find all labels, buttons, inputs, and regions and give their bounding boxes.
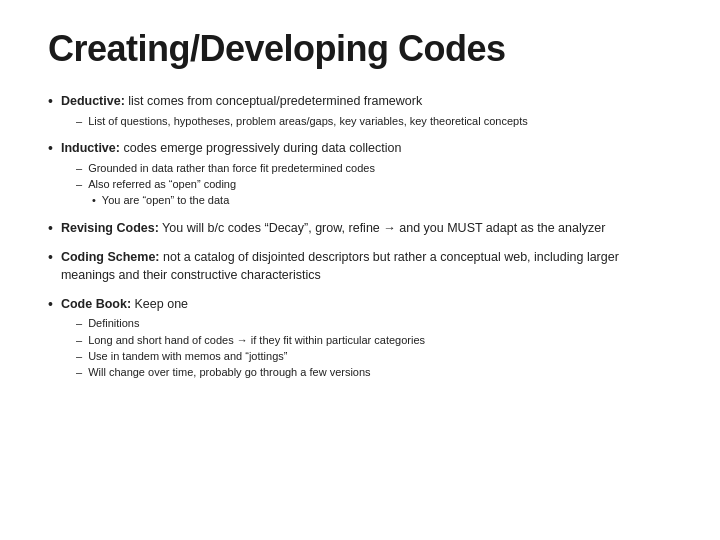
- sub-item: – Grounded in data rather than force fit…: [76, 161, 672, 176]
- sub-item: – Will change over time, probably go thr…: [76, 365, 672, 380]
- coding-scheme-label: Coding Scheme:: [61, 250, 160, 264]
- sub-sub-item: • You are “open” to the data: [92, 193, 672, 208]
- bullet-dot-2: •: [48, 139, 53, 159]
- sub-sub-dot: •: [92, 193, 96, 208]
- inductive-label: Inductive:: [61, 141, 120, 155]
- sub-dash: –: [76, 365, 82, 380]
- sub-item: – List of questions, hypotheses, problem…: [76, 114, 672, 129]
- inductive-subsub1: You are “open” to the data: [102, 193, 229, 208]
- bullet-dot-1: •: [48, 92, 53, 112]
- bullet-inductive: • Inductive: codes emerge progressively …: [48, 139, 672, 209]
- sub-item: – Use in tandem with memos and “jottings…: [76, 349, 672, 364]
- sub-dash: –: [76, 114, 82, 129]
- bullet-revising: • Revising Codes: You will b/c codes “De…: [48, 219, 672, 239]
- code-book-sub4: Will change over time, probably go throu…: [88, 365, 370, 380]
- bullet-dot-4: •: [48, 248, 53, 268]
- inductive-sub2: Also referred as “open” coding: [88, 177, 236, 192]
- inductive-subitems: – Grounded in data rather than force fit…: [76, 161, 672, 209]
- content-area: • Deductive: list comes from conceptual/…: [48, 92, 672, 381]
- deductive-subitems: – List of questions, hypotheses, problem…: [76, 114, 672, 129]
- bullet-coding-scheme-text: Coding Scheme: not a catalog of disjoint…: [61, 248, 672, 284]
- inductive-body: codes emerge progressively during data c…: [120, 141, 401, 155]
- code-book-body: Keep one: [131, 297, 188, 311]
- sub-dash: –: [76, 316, 82, 331]
- bullet-deductive-text: Deductive: list comes from conceptual/pr…: [61, 92, 422, 110]
- bullet-deductive: • Deductive: list comes from conceptual/…: [48, 92, 672, 129]
- code-book-sub1: Definitions: [88, 316, 139, 331]
- sub-dash: –: [76, 177, 82, 192]
- deductive-label: Deductive:: [61, 94, 125, 108]
- inductive-subsubitems: • You are “open” to the data: [92, 193, 672, 208]
- sub-item: – Long and short hand of codes → if they…: [76, 333, 672, 348]
- deductive-body: list comes from conceptual/predetermined…: [125, 94, 422, 108]
- slide-title: Creating/Developing Codes: [48, 28, 672, 70]
- inductive-sub1: Grounded in data rather than force fit p…: [88, 161, 375, 176]
- sub-item: – Also referred as “open” coding: [76, 177, 672, 192]
- revising-body: You will b/c codes “Decay”, grow, refine…: [159, 221, 606, 235]
- sub-item: – Definitions: [76, 316, 672, 331]
- bullet-code-book-text: Code Book: Keep one: [61, 295, 188, 313]
- bullet-dot-3: •: [48, 219, 53, 239]
- bullet-code-book: • Code Book: Keep one – Definitions – Lo…: [48, 295, 672, 381]
- sub-dash: –: [76, 349, 82, 364]
- bullet-revising-text: Revising Codes: You will b/c codes “Deca…: [61, 219, 605, 237]
- deductive-sub1: List of questions, hypotheses, problem a…: [88, 114, 528, 129]
- sub-dash: –: [76, 161, 82, 176]
- bullet-inductive-text: Inductive: codes emerge progressively du…: [61, 139, 401, 157]
- bullet-coding-scheme: • Coding Scheme: not a catalog of disjoi…: [48, 248, 672, 284]
- slide: Creating/Developing Codes • Deductive: l…: [0, 0, 720, 540]
- sub-dash: –: [76, 333, 82, 348]
- code-book-subitems: – Definitions – Long and short hand of c…: [76, 316, 672, 381]
- code-book-sub2: Long and short hand of codes → if they f…: [88, 333, 425, 348]
- bullet-dot-5: •: [48, 295, 53, 315]
- code-book-sub3: Use in tandem with memos and “jottings”: [88, 349, 287, 364]
- revising-label: Revising Codes:: [61, 221, 159, 235]
- code-book-label: Code Book:: [61, 297, 131, 311]
